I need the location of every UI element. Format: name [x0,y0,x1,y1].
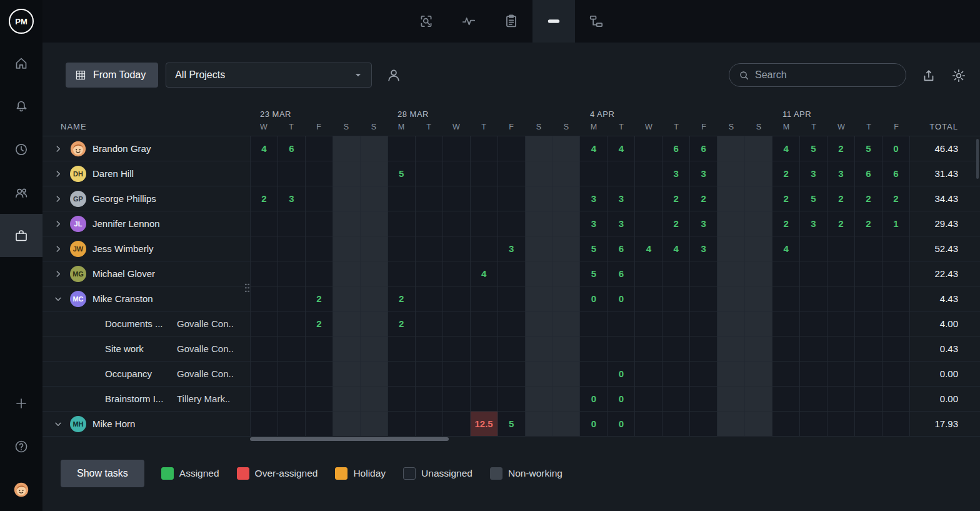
day-cell[interactable] [662,311,690,336]
day-cell[interactable] [333,136,361,161]
day-cell[interactable] [306,261,333,286]
day-cell[interactable] [306,136,333,161]
sidebar-item-team[interactable] [0,171,42,214]
day-cell[interactable] [416,161,443,186]
day-cell[interactable] [471,286,498,311]
day-cell[interactable] [278,311,306,336]
day-cell[interactable] [635,136,662,161]
day-cell[interactable]: 3 [690,236,718,261]
day-cell[interactable] [745,286,772,311]
day-cell[interactable] [443,336,471,362]
day-cell[interactable] [552,387,580,412]
day-cell[interactable] [882,311,910,336]
day-cell[interactable] [388,336,416,362]
assignee-filter-icon[interactable] [386,67,402,83]
day-cell[interactable] [718,336,745,362]
day-cell[interactable] [498,286,526,311]
day-cell[interactable] [635,211,662,236]
day-cell[interactable] [828,286,855,311]
day-cell[interactable] [251,211,278,236]
day-cell[interactable] [608,161,635,186]
day-cell[interactable] [278,211,306,236]
task-name-cell[interactable]: Site workGovalle Con.. [42,336,250,362]
day-cell[interactable] [416,236,443,261]
day-cell[interactable] [745,311,772,336]
day-cell[interactable] [251,311,278,336]
day-cell[interactable] [745,136,772,161]
app-logo[interactable]: PM [9,9,34,34]
day-cell[interactable]: 0 [882,136,910,161]
settings-gear-icon[interactable] [951,68,966,83]
day-cell[interactable] [333,387,361,412]
day-cell[interactable]: 5 [580,236,608,261]
day-cell[interactable] [745,261,772,286]
day-cell[interactable] [552,336,580,362]
day-cell[interactable] [745,412,772,437]
sidebar-item-clock[interactable] [0,128,42,171]
chevron-collapsed-icon[interactable] [52,143,64,154]
day-cell[interactable]: 3 [800,211,828,236]
day-cell[interactable] [388,186,416,211]
day-cell[interactable] [882,362,910,387]
day-cell[interactable] [471,211,498,236]
day-cell[interactable] [498,261,526,286]
day-cell[interactable] [361,236,388,261]
person-name-cell[interactable]: MHMike Horn [42,412,250,437]
day-cell[interactable] [443,236,471,261]
day-cell[interactable] [828,236,855,261]
day-cell[interactable]: 0 [580,387,608,412]
day-cell[interactable] [580,362,608,387]
day-cell[interactable]: 2 [828,211,855,236]
day-cell[interactable] [251,236,278,261]
day-cell[interactable]: 2 [251,186,278,211]
day-cell[interactable]: 3 [498,236,526,261]
day-cell[interactable] [745,186,772,211]
day-cell[interactable] [443,211,471,236]
day-cell[interactable]: 5 [855,136,882,161]
day-cell[interactable]: 0 [580,286,608,311]
day-cell[interactable] [278,236,306,261]
day-cell[interactable] [443,186,471,211]
day-cell[interactable] [526,186,553,211]
day-cell[interactable]: 2 [855,211,882,236]
day-cell[interactable] [526,362,553,387]
day-cell[interactable] [635,412,662,437]
day-cell[interactable] [718,186,745,211]
day-cell[interactable] [471,387,498,412]
day-cell[interactable] [800,336,828,362]
chevron-collapsed-icon[interactable] [52,218,64,230]
day-cell[interactable] [306,186,333,211]
day-cell[interactable] [416,387,443,412]
day-cell[interactable] [552,311,580,336]
day-cell[interactable] [718,261,745,286]
day-cell[interactable] [388,211,416,236]
day-cell[interactable] [800,311,828,336]
day-cell[interactable] [498,336,526,362]
day-cell[interactable] [828,387,855,412]
day-cell[interactable] [690,311,718,336]
day-cell[interactable] [882,261,910,286]
day-cell[interactable] [498,311,526,336]
day-cell[interactable]: 3 [828,161,855,186]
day-cell[interactable] [608,311,635,336]
day-cell[interactable] [471,161,498,186]
day-cell[interactable] [718,387,745,412]
person-name-cell[interactable]: JLJennifer Lennon [42,211,250,236]
day-cell[interactable]: 2 [690,186,718,211]
day-cell[interactable] [306,387,333,412]
day-cell[interactable] [718,161,745,186]
day-cell[interactable] [800,387,828,412]
day-cell[interactable] [552,136,580,161]
day-cell[interactable]: 2 [306,286,333,311]
day-cell[interactable] [416,311,443,336]
day-cell[interactable]: 6 [608,236,635,261]
day-cell[interactable] [662,286,690,311]
day-cell[interactable]: 4 [580,136,608,161]
day-cell[interactable] [498,387,526,412]
day-cell[interactable] [745,387,772,412]
day-cell[interactable] [251,161,278,186]
day-cell[interactable] [498,211,526,236]
projects-dropdown[interactable]: All Projects [166,63,372,88]
day-cell[interactable] [388,136,416,161]
day-cell[interactable] [855,336,882,362]
